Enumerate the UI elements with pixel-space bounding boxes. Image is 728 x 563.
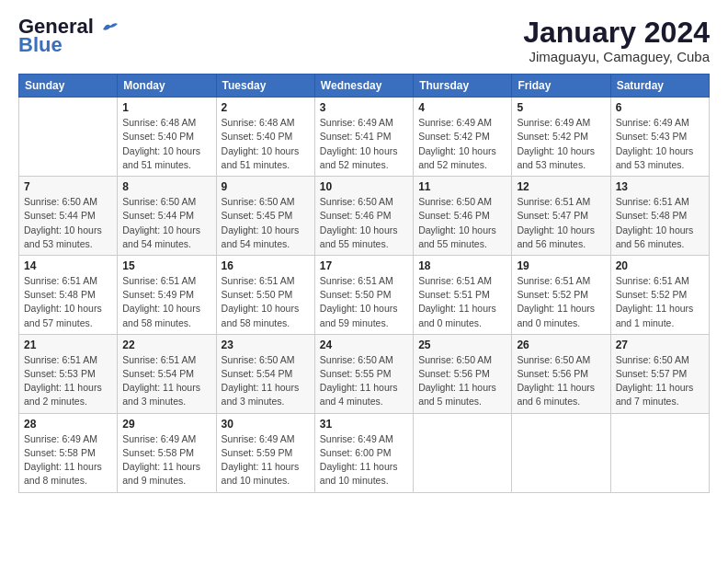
weekday-header-row: SundayMondayTuesdayWednesdayThursdayFrid… [19, 75, 710, 98]
calendar-cell: 29Sunrise: 6:49 AM Sunset: 5:58 PM Dayli… [118, 413, 216, 492]
logo: General Blue [18, 17, 119, 55]
day-number: 8 [122, 180, 210, 193]
calendar-week-row: 14Sunrise: 6:51 AM Sunset: 5:48 PM Dayli… [19, 255, 710, 334]
day-number: 26 [517, 339, 605, 351]
calendar-cell [414, 413, 512, 492]
day-number: 15 [122, 259, 210, 272]
day-number: 7 [24, 180, 112, 193]
calendar-cell: 8Sunrise: 6:50 AM Sunset: 5:44 PM Daylig… [118, 177, 216, 256]
weekday-header: Friday [512, 75, 610, 98]
calendar-cell: 13Sunrise: 6:51 AM Sunset: 5:48 PM Dayli… [610, 177, 709, 256]
day-number: 29 [122, 418, 210, 431]
cell-content: Sunrise: 6:48 AM Sunset: 5:40 PM Dayligh… [222, 116, 310, 172]
day-number: 4 [418, 101, 506, 114]
cell-content: Sunrise: 6:49 AM Sunset: 5:58 PM Dayligh… [122, 432, 210, 488]
cell-content: Sunrise: 6:50 AM Sunset: 5:54 PM Dayligh… [222, 353, 310, 409]
cell-content: Sunrise: 6:51 AM Sunset: 5:50 PM Dayligh… [222, 274, 310, 330]
cell-content: Sunrise: 6:49 AM Sunset: 5:43 PM Dayligh… [616, 116, 704, 172]
calendar-cell: 11Sunrise: 6:50 AM Sunset: 5:46 PM Dayli… [414, 177, 512, 256]
calendar-cell [512, 413, 610, 492]
calendar-cell: 10Sunrise: 6:50 AM Sunset: 5:46 PM Dayli… [314, 177, 413, 256]
day-number: 27 [616, 339, 704, 351]
calendar-cell: 27Sunrise: 6:50 AM Sunset: 5:57 PM Dayli… [610, 334, 709, 413]
logo-bird-icon [101, 20, 119, 35]
day-number: 6 [616, 101, 704, 114]
calendar-table: SundayMondayTuesdayWednesdayThursdayFrid… [18, 74, 710, 492]
day-number: 10 [320, 180, 408, 193]
calendar-cell [19, 98, 118, 177]
weekday-header: Tuesday [216, 75, 314, 98]
cell-content: Sunrise: 6:51 AM Sunset: 5:49 PM Dayligh… [122, 274, 210, 330]
cell-content: Sunrise: 6:50 AM Sunset: 5:55 PM Dayligh… [320, 353, 408, 409]
logo-blue-text: Blue [18, 35, 63, 55]
day-number: 3 [320, 101, 408, 114]
calendar-cell: 28Sunrise: 6:49 AM Sunset: 5:58 PM Dayli… [19, 413, 118, 492]
day-number: 16 [222, 259, 310, 272]
cell-content: Sunrise: 6:51 AM Sunset: 5:48 PM Dayligh… [24, 274, 112, 330]
weekday-header: Thursday [414, 75, 512, 98]
cell-content: Sunrise: 6:50 AM Sunset: 5:44 PM Dayligh… [24, 195, 112, 251]
calendar-cell: 4Sunrise: 6:49 AM Sunset: 5:42 PM Daylig… [414, 98, 512, 177]
day-number: 1 [122, 101, 210, 114]
day-number: 30 [222, 418, 310, 431]
cell-content: Sunrise: 6:50 AM Sunset: 5:57 PM Dayligh… [616, 353, 704, 409]
cell-content: Sunrise: 6:49 AM Sunset: 5:58 PM Dayligh… [24, 432, 112, 488]
day-number: 20 [616, 259, 704, 272]
weekday-header: Monday [118, 75, 216, 98]
calendar-week-row: 1Sunrise: 6:48 AM Sunset: 5:40 PM Daylig… [19, 98, 710, 177]
calendar-subtitle: Jimaguayu, Camaguey, Cuba [523, 49, 710, 64]
weekday-header: Sunday [19, 75, 118, 98]
calendar-cell: 18Sunrise: 6:51 AM Sunset: 5:51 PM Dayli… [414, 255, 512, 334]
cell-content: Sunrise: 6:50 AM Sunset: 5:44 PM Dayligh… [122, 195, 210, 251]
cell-content: Sunrise: 6:51 AM Sunset: 5:51 PM Dayligh… [418, 274, 506, 330]
day-number: 11 [418, 180, 506, 193]
calendar-week-row: 21Sunrise: 6:51 AM Sunset: 5:53 PM Dayli… [19, 334, 710, 413]
day-number: 23 [222, 339, 310, 351]
calendar-cell: 20Sunrise: 6:51 AM Sunset: 5:52 PM Dayli… [610, 255, 709, 334]
calendar-week-row: 28Sunrise: 6:49 AM Sunset: 5:58 PM Dayli… [19, 413, 710, 492]
day-number: 28 [24, 418, 112, 431]
calendar-cell: 7Sunrise: 6:50 AM Sunset: 5:44 PM Daylig… [19, 177, 118, 256]
calendar-cell: 22Sunrise: 6:51 AM Sunset: 5:54 PM Dayli… [118, 334, 216, 413]
calendar-cell [610, 413, 709, 492]
day-number: 14 [24, 259, 112, 272]
cell-content: Sunrise: 6:51 AM Sunset: 5:48 PM Dayligh… [616, 195, 704, 251]
calendar-cell: 5Sunrise: 6:49 AM Sunset: 5:42 PM Daylig… [512, 98, 610, 177]
calendar-cell: 2Sunrise: 6:48 AM Sunset: 5:40 PM Daylig… [216, 98, 314, 177]
calendar-cell: 1Sunrise: 6:48 AM Sunset: 5:40 PM Daylig… [118, 98, 216, 177]
cell-content: Sunrise: 6:51 AM Sunset: 5:53 PM Dayligh… [24, 353, 112, 409]
cell-content: Sunrise: 6:50 AM Sunset: 5:45 PM Dayligh… [222, 195, 310, 251]
calendar-cell: 12Sunrise: 6:51 AM Sunset: 5:47 PM Dayli… [512, 177, 610, 256]
cell-content: Sunrise: 6:51 AM Sunset: 5:47 PM Dayligh… [517, 195, 605, 251]
cell-content: Sunrise: 6:48 AM Sunset: 5:40 PM Dayligh… [122, 116, 210, 172]
calendar-cell: 25Sunrise: 6:50 AM Sunset: 5:56 PM Dayli… [414, 334, 512, 413]
day-number: 25 [418, 339, 506, 351]
calendar-cell: 19Sunrise: 6:51 AM Sunset: 5:52 PM Dayli… [512, 255, 610, 334]
calendar-cell: 24Sunrise: 6:50 AM Sunset: 5:55 PM Dayli… [314, 334, 413, 413]
day-number: 22 [122, 339, 210, 351]
calendar-cell: 15Sunrise: 6:51 AM Sunset: 5:49 PM Dayli… [118, 255, 216, 334]
day-number: 17 [320, 259, 408, 272]
cell-content: Sunrise: 6:50 AM Sunset: 5:56 PM Dayligh… [418, 353, 506, 409]
day-number: 12 [517, 180, 605, 193]
title-block: January 2024 Jimaguayu, Camaguey, Cuba [523, 17, 710, 64]
weekday-header: Saturday [610, 75, 709, 98]
cell-content: Sunrise: 6:49 AM Sunset: 5:59 PM Dayligh… [222, 432, 310, 488]
calendar-cell: 16Sunrise: 6:51 AM Sunset: 5:50 PM Dayli… [216, 255, 314, 334]
cell-content: Sunrise: 6:51 AM Sunset: 5:50 PM Dayligh… [320, 274, 408, 330]
cell-content: Sunrise: 6:50 AM Sunset: 5:46 PM Dayligh… [418, 195, 506, 251]
cell-content: Sunrise: 6:51 AM Sunset: 5:54 PM Dayligh… [122, 353, 210, 409]
calendar-cell: 21Sunrise: 6:51 AM Sunset: 5:53 PM Dayli… [19, 334, 118, 413]
day-number: 13 [616, 180, 704, 193]
cell-content: Sunrise: 6:51 AM Sunset: 5:52 PM Dayligh… [517, 274, 605, 330]
calendar-cell: 14Sunrise: 6:51 AM Sunset: 5:48 PM Dayli… [19, 255, 118, 334]
day-number: 24 [320, 339, 408, 351]
cell-content: Sunrise: 6:49 AM Sunset: 5:41 PM Dayligh… [320, 116, 408, 172]
day-number: 18 [418, 259, 506, 272]
day-number: 21 [24, 339, 112, 351]
cell-content: Sunrise: 6:50 AM Sunset: 5:46 PM Dayligh… [320, 195, 408, 251]
weekday-header: Wednesday [314, 75, 413, 98]
cell-content: Sunrise: 6:49 AM Sunset: 5:42 PM Dayligh… [418, 116, 506, 172]
day-number: 5 [517, 101, 605, 114]
calendar-cell: 31Sunrise: 6:49 AM Sunset: 6:00 PM Dayli… [314, 413, 413, 492]
